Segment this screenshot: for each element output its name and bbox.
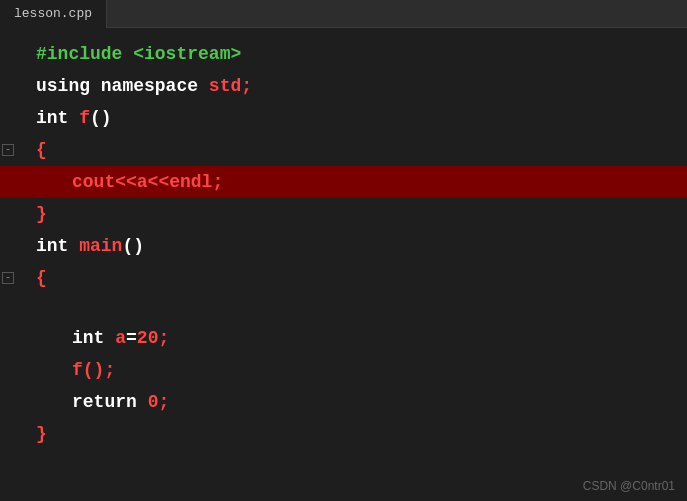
int-kw-10: int <box>72 324 115 352</box>
code-line-2: using namespace std; <box>0 70 687 102</box>
tab-bar: lesson.cpp <box>0 0 687 28</box>
code-line-6: } <box>0 198 687 230</box>
int-kw-7: int <box>36 232 79 260</box>
parens-f-close: ) <box>101 104 112 132</box>
editor-container: lesson.cpp #include <iostream> using nam… <box>0 0 687 501</box>
close-brace-2: } <box>36 420 47 448</box>
gutter-6 <box>0 198 28 230</box>
cout-stmt: cout<<a<<endl; <box>72 168 223 196</box>
close-brace-1: } <box>36 200 47 228</box>
gutter-2 <box>0 70 28 102</box>
return-kw: return <box>72 388 148 416</box>
code-area: #include <iostream> using namespace std;… <box>0 28 687 501</box>
line-content-9 <box>28 294 687 322</box>
file-tab[interactable]: lesson.cpp <box>0 0 107 28</box>
watermark: CSDN @C0ntr01 <box>583 479 675 493</box>
gutter-4: - <box>0 134 28 166</box>
line-content-12: return 0; <box>28 386 687 418</box>
code-line-3: int f() <box>0 102 687 134</box>
fold-icon-8[interactable]: - <box>2 272 14 284</box>
line-content-1: #include <iostream> <box>28 38 687 70</box>
line-content-13: } <box>28 418 687 450</box>
line-content-8: { <box>28 262 687 294</box>
std-identifier: std <box>209 72 241 100</box>
code-line-5: cout<<a<<endl; <box>0 166 687 198</box>
parens-f: ( <box>90 104 101 132</box>
using-keyword: using namespace <box>36 72 209 100</box>
code-line-12: return 0; <box>0 386 687 418</box>
gutter-1 <box>0 38 28 70</box>
num-20: 20 <box>137 324 159 352</box>
tab-filename: lesson.cpp <box>14 6 92 21</box>
int-kw-3: int <box>36 104 79 132</box>
zero-val: 0 <box>148 388 159 416</box>
semi-10: ; <box>158 324 169 352</box>
line-content-11: f(); <box>28 354 687 386</box>
var-a: a <box>115 324 126 352</box>
parens-main: () <box>122 232 144 260</box>
line-content-7: int main() <box>28 230 687 262</box>
open-brace-2: { <box>36 264 47 292</box>
code-line-10: int a=20; <box>0 322 687 354</box>
gutter-5 <box>0 166 28 198</box>
code-line-9 <box>0 294 687 322</box>
gutter-9 <box>0 294 28 322</box>
call-f: f(); <box>72 356 115 384</box>
semicolon-2: ; <box>241 72 252 100</box>
line-content-10: int a=20; <box>28 322 687 354</box>
code-line-11: f(); <box>0 354 687 386</box>
code-line-1: #include <iostream> <box>0 38 687 70</box>
code-line-8: - { <box>0 262 687 294</box>
open-brace-1: { <box>36 136 47 164</box>
gutter-7 <box>0 230 28 262</box>
gutter-11 <box>0 354 28 386</box>
code-line-4: - { <box>0 134 687 166</box>
line-content-5: cout<<a<<endl; <box>28 166 687 198</box>
code-line-13: } <box>0 418 687 450</box>
semi-12: ; <box>158 388 169 416</box>
fn-main: main <box>79 232 122 260</box>
line-content-3: int f() <box>28 102 687 134</box>
fn-f: f <box>79 104 90 132</box>
gutter-3 <box>0 102 28 134</box>
gutter-10 <box>0 322 28 354</box>
eq-sign: = <box>126 324 137 352</box>
line-content-6: } <box>28 198 687 230</box>
include-directive: #include <iostream> <box>36 40 241 68</box>
line-content-2: using namespace std; <box>28 70 687 102</box>
gutter-13 <box>0 418 28 450</box>
gutter-12 <box>0 386 28 418</box>
code-line-7: int main() <box>0 230 687 262</box>
gutter-8: - <box>0 262 28 294</box>
fold-icon-4[interactable]: - <box>2 144 14 156</box>
line-content-4: { <box>28 134 687 166</box>
